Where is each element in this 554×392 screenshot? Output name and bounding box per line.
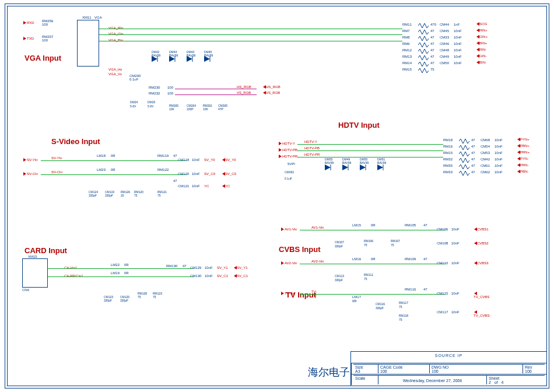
wire-vga-b [99,41,402,41]
port-vs-rgb: VS_RGB [262,91,280,94]
rm123v: 75 [153,295,156,299]
tb-size: A3 [355,369,360,373]
nsv-c0: SV_C0 [204,172,215,176]
port-sv-c: SV-CIn [23,172,38,176]
tb-scale-label: Scale [355,376,366,380]
lm23: LM23 [97,168,106,172]
svg-marker-0 [152,56,157,62]
lm19: LM19 [111,271,120,275]
wire-sv-y [41,160,187,161]
rm232v: 100 [167,92,173,95]
output-row: RM1847CM6810nFPYN+ [443,138,542,144]
psv-y0: SV_Y0 [222,158,236,162]
output-row: RM647CM4610nFBIN+ [402,42,502,48]
dm25v: 5.6V [148,104,153,108]
cm120: CM120 [178,172,189,176]
port-hdtv-y: HDTV-Y [279,142,295,145]
port-rxd: RXD [23,21,34,24]
cm118v: 10nF [192,158,200,162]
nsv-yc: YC [204,184,209,188]
tb-sheet-label: Sheet [489,376,499,380]
output-row: RM11470CM441nFSOG [402,23,502,29]
output-row: RM1547CM5310nFPRN+ [443,151,542,157]
card-connector [22,258,48,288]
rm128v: 75 [138,295,141,299]
rm119: RM119 [157,154,169,158]
output-row: RM1347CM4910nFGIN- [402,55,502,61]
net-card-y1: SV_Y1 [217,266,228,270]
cm264v: 100P [187,107,194,111]
cm121: CM121 [178,184,189,188]
title-block-title: SOURCE IP [351,352,546,363]
wire-sv-c [41,174,187,175]
dm55: DM55 BAV99 [325,158,334,164]
lm19v: 0R [124,271,129,275]
net-vga-bin: VGA_BIn [108,38,123,42]
lm18v: 0R [111,154,115,158]
wire-vga-g [99,34,402,35]
output-row: RM1247CM4810nFRIN- [402,48,502,54]
lm18: LM18 [97,154,106,158]
vga-diode-row [149,56,225,71]
psv-c0: SV_C0 [222,172,236,176]
output-row: RM1647CM5410nFPBN+ [443,145,542,150]
cm121v: 10nF [192,184,200,188]
net-hs-rgb: HS_RGB [237,85,251,89]
tb-dwg-label: DWG NO [432,365,449,369]
wire-ca-y [48,268,194,269]
svg-marker-10 [342,164,348,170]
wire-hdtv-pb [297,150,443,151]
port-card-y1: SV_Y1 [233,266,248,270]
svg-marker-2 [169,56,175,62]
net-vga-rin: VGA_RIn [108,26,123,30]
output-row: RM1575 [402,68,502,74]
psv-yc: YC [222,184,230,188]
svg-marker-4 [187,56,192,62]
svg-marker-12 [360,164,366,170]
cm130: CM130 [190,274,201,278]
tb-sheet-n: 2 [489,380,491,384]
output-row: RM3247CM4210nFPYN- [443,158,542,163]
cm129: CM129 [190,266,201,270]
cm129v: 10nF [205,266,213,270]
rm130v: 47 [183,264,187,268]
net-hdtv-pb: HDTV-PB [304,146,320,150]
tb-size-label: Size [355,365,363,369]
output-row: RM3547CM6110nFPRN- [443,164,542,170]
cn6: CN6 [22,288,29,292]
vga-connector [77,20,99,66]
dm49: DM49 BAV99 [342,158,351,164]
port-hs-rgb: HS_RGB [262,85,280,89]
vga-conn-type: VGA [94,16,102,19]
lm22: LM22 [111,263,120,267]
port-sv-y: SV-YIn [23,158,38,162]
rm257-val: 100 [42,38,48,42]
cvbs-row: AV1-VinAV1-VinLM150RRM10547CM10610nFCVBS… [317,228,516,260]
lm23v: 0R [111,168,115,172]
section-card-title: CARD Input [24,247,67,255]
rm256-val: 100 [42,23,48,26]
tb-dwg: 100 [432,369,439,373]
cm118: CM118 [178,158,189,162]
net-ca-y: CA-Vin1 [64,266,77,270]
tb-cage-label: CAGE Code [380,365,403,369]
cm200-val: 0.1uF [129,78,138,81]
net-hdtv-pr: HDTV-PR [304,153,320,156]
lm22v: 0R [124,263,129,267]
net-sv-c: SV-CIn [51,170,62,174]
net-vs-rgb: VS_RGB [237,91,251,94]
section-vga-title: VGA Input [24,54,61,62]
hdtv-5vpi: 5VPI [287,162,295,166]
net-ca-c: CA-PR/Cin1 [64,274,83,278]
company-name-cn: 海尔电子 [308,365,350,379]
port-hdtv-pb: HDTV-PB [279,148,297,152]
section-hdtv-title: HDTV Input [338,121,380,130]
rm265v: 10K [169,107,174,111]
wire-vga-r [99,29,402,29]
rm261v: 10K [203,107,208,111]
net-card-c1: SV_C1 [217,274,228,278]
output-row: RM3347CM6210nFPBN- [443,170,542,176]
rm119v: 47 [173,154,177,158]
tb-date: Wednesday, December 27, 2006 [403,379,462,383]
section-svideo-title: S-Video Input [51,138,100,146]
